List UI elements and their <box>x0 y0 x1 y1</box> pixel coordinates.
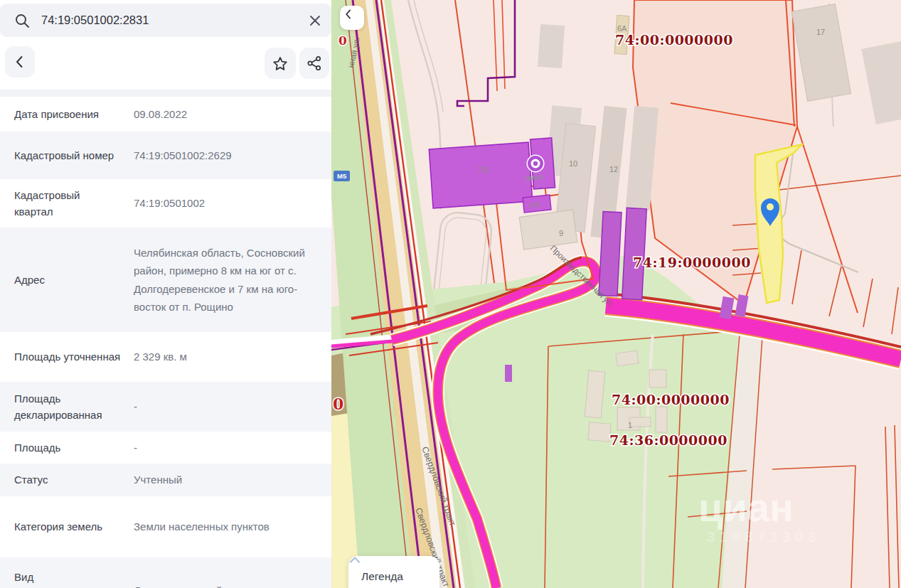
quarter-label-bottom1: 74:00:0000000 <box>612 392 730 407</box>
road-shield-label: М5 <box>337 172 347 180</box>
row-value: 2 329 кв. м <box>134 348 317 366</box>
row-value: - <box>134 397 317 416</box>
row-value: 74:19:0501002 <box>134 194 317 213</box>
share-button[interactable] <box>299 48 329 79</box>
table-top-strip <box>0 90 331 97</box>
table-row: Площадь - <box>0 432 331 464</box>
quarter-label-partial-bottom: 0 <box>333 395 343 413</box>
quarter-label-partial-top: 0 <box>338 33 347 48</box>
bottomright-zone <box>718 334 901 588</box>
row-value: - <box>134 439 317 457</box>
building-number: 12 <box>609 165 618 173</box>
row-label: Кадастровый номер <box>14 147 121 164</box>
watermark-logo: циан <box>698 485 794 530</box>
search-icon <box>14 13 30 28</box>
map-canvas[interactable]: 74:00:0000000 74:19:0000000 74:00:000000… <box>331 0 901 588</box>
row-label: Вид <box>14 569 121 585</box>
row-value: Земли населенных пунктов <box>134 518 317 536</box>
share-icon <box>306 55 323 72</box>
row-label: Площадь декларированная <box>14 390 121 424</box>
collapse-sidebar-button[interactable] <box>340 6 364 30</box>
building-number: 17 <box>816 28 825 36</box>
table-row: Адрес Челябинская область, Сосновский ра… <box>0 228 331 332</box>
cadastral-map-app: Дата присвоения 09.08.2022 Кадастровый н… <box>0 0 901 588</box>
quarter-label-top: 74:00:0000000 <box>615 32 733 48</box>
building-number: 6А <box>617 24 627 33</box>
road-shield-m5: М5 <box>334 171 350 181</box>
search-input[interactable] <box>40 13 309 28</box>
chevron-left-icon <box>11 53 28 71</box>
map-panel: 74:00:0000000 74:19:0000000 74:00:000000… <box>331 0 901 588</box>
row-label: Дата присвоения <box>14 106 121 122</box>
row-label: Площадь <box>14 439 121 456</box>
watermark-id: 318871303 <box>707 528 820 545</box>
table-row: Кадастровый квартал 74:19:0501002 <box>0 179 331 228</box>
building-number: 1 <box>628 421 632 429</box>
legend-button[interactable]: Легенда <box>348 556 439 588</box>
row-label: Адрес <box>14 272 121 288</box>
row-value: 74:19:0501002:2629 <box>134 146 317 165</box>
star-icon <box>272 55 289 72</box>
row-label: Статус <box>14 471 121 488</box>
row-value: Для сельскохозяйственного <box>134 582 317 588</box>
row-label: Кадастровый квартал <box>14 187 121 220</box>
favorite-button[interactable] <box>265 48 296 79</box>
property-sidebar: Дата присвоения 09.08.2022 Кадастровый н… <box>0 0 331 588</box>
row-label: Площадь уточненная <box>14 348 121 365</box>
table-row: Площадь уточненная 2 329 кв. м <box>0 332 331 382</box>
chevron-left-icon <box>340 6 357 23</box>
search-bar[interactable] <box>0 4 331 37</box>
row-value: 09.08.2022 <box>134 105 317 124</box>
building-number: 9 <box>559 229 563 237</box>
legend-button-label: Легенда <box>361 570 403 583</box>
building-number: 10 <box>569 159 577 168</box>
back-button[interactable] <box>5 46 35 77</box>
table-row: Площадь декларированная - <box>0 382 331 432</box>
table-row: Вид Для сельскохозяйственного <box>0 557 331 588</box>
table-row: Категория земель Земли населенных пункто… <box>0 496 331 557</box>
row-value: Челябинская область, Сосновский район, п… <box>134 244 317 316</box>
row-value: Учтенный <box>134 471 317 489</box>
building-number: 7/3 <box>478 166 489 174</box>
action-bar <box>0 46 331 79</box>
quarter-label-middle: 74:19:0000000 <box>633 255 751 270</box>
row-label: Категория земель <box>14 518 121 535</box>
table-row: Статус Учтенный <box>0 464 331 496</box>
quarter-label-bottom2: 74:36:0000000 <box>609 432 727 448</box>
table-row: Дата присвоения 09.08.2022 <box>0 97 331 132</box>
clear-search-button[interactable] <box>309 14 321 27</box>
chevron-up-icon <box>348 556 361 564</box>
property-details-table: Дата присвоения 09.08.2022 Кадастровый н… <box>0 97 331 588</box>
building-number: 7/2Б <box>528 201 541 210</box>
table-row: Кадастровый номер 74:19:0501002:2629 <box>0 132 331 179</box>
